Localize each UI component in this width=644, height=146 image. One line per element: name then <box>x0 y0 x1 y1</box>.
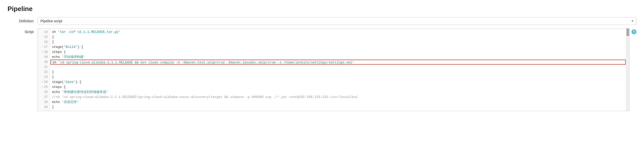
code-line: steps { <box>50 50 626 55</box>
code-line: echo '将构建结果传送到存储服务器' <box>50 90 626 95</box>
code-line: echo '开始编译构建' <box>50 55 626 60</box>
line-number: ▾18 <box>38 50 50 55</box>
fold-arrow-icon[interactable]: ▾ <box>41 80 43 85</box>
code-line: //sh 'cd spring-cloud-alibaba-2.1.1.RELE… <box>50 95 626 100</box>
line-number: 14 <box>38 30 50 35</box>
line-number: 28 <box>38 100 50 105</box>
definition-label: Definition <box>8 19 38 23</box>
line-numbers: 141516▾17▾181920212223▾24▾2526272829 <box>38 29 50 111</box>
definition-row: Definition Pipeline script Pipeline scri… <box>8 17 636 25</box>
line-number: ▾25 <box>38 85 50 90</box>
code-line <box>50 65 626 70</box>
fold-arrow-icon[interactable]: ▾ <box>41 85 43 90</box>
code-line: sh 'tar -zxf v2.1.1.RELEASE.tar.gz' <box>50 30 626 35</box>
fold-arrow-icon[interactable]: ▾ <box>41 50 43 55</box>
line-number: 16 <box>38 40 50 45</box>
line-number: 19 <box>38 55 50 60</box>
line-number: 27 <box>38 95 50 100</box>
code-line: echo '传送完毕' <box>50 100 626 105</box>
code-line: sh 'cd spring-cloud-alibaba-2.1.1.RELEAS… <box>50 60 626 65</box>
line-number: 15 <box>38 35 50 40</box>
code-area: 141516▾17▾181920212223▾24▾2526272829 sh … <box>38 29 626 111</box>
line-number: ▾24 <box>38 80 50 85</box>
code-line: stage('Save') { <box>50 80 626 85</box>
script-label: Script <box>8 28 38 34</box>
help-icon[interactable]: ? <box>631 29 636 34</box>
scrollbar-thumb[interactable] <box>626 29 629 36</box>
line-number: ▾17 <box>38 45 50 50</box>
code-line: } <box>50 70 626 75</box>
line-number: 29 <box>38 105 50 110</box>
code-line: } <box>50 40 626 45</box>
code-line: steps { <box>50 85 626 90</box>
page-title: Pipeline <box>8 5 636 13</box>
line-number: 26 <box>38 90 50 95</box>
definition-select-wrapper: Pipeline script Pipeline script from SCM… <box>38 17 636 25</box>
code-content[interactable]: sh 'tar -zxf v2.1.1.RELEASE.tar.gz' } } … <box>50 29 626 111</box>
script-row: Script 141516▾17▾181920212223▾24▾2526272… <box>8 28 636 111</box>
line-number: 20 <box>38 60 50 65</box>
definition-select[interactable]: Pipeline script Pipeline script from SCM <box>38 17 636 25</box>
code-line: } <box>50 75 626 80</box>
fold-arrow-icon[interactable]: ▾ <box>41 45 43 50</box>
code-line: } <box>50 35 626 40</box>
editor-scrollbar[interactable] <box>626 29 629 111</box>
page-container: Pipeline Definition Pipeline script Pipe… <box>0 0 644 146</box>
line-number: 21 <box>38 65 50 70</box>
line-number: 22 <box>38 70 50 75</box>
code-editor[interactable]: 141516▾17▾181920212223▾24▾2526272829 sh … <box>38 28 629 111</box>
code-line: } <box>50 105 626 110</box>
line-number: 23 <box>38 75 50 80</box>
code-line: stage('Build') { <box>50 45 626 50</box>
